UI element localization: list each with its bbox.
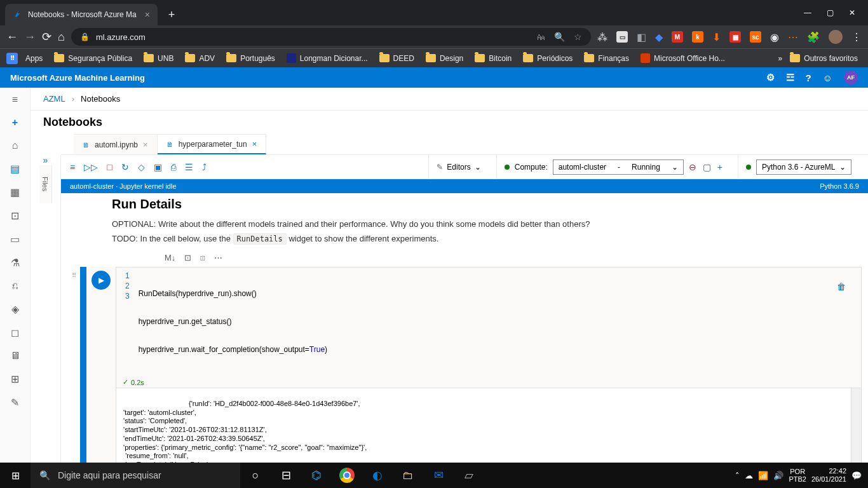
- ext-4-icon[interactable]: ◆: [655, 31, 663, 43]
- forward-button[interactable]: →: [24, 30, 36, 44]
- stop-compute-icon[interactable]: ⊖: [689, 162, 696, 172]
- back-button[interactable]: ←: [6, 30, 18, 44]
- designer-icon[interactable]: ⊡: [11, 210, 19, 222]
- maximize-icon[interactable]: ▢: [827, 8, 834, 17]
- add-icon[interactable]: +: [12, 117, 18, 128]
- add-compute-icon[interactable]: +: [717, 162, 722, 172]
- cell-output[interactable]: {'runId': 'HD_d2f4b002-f000-48e8-84e0-1d…: [116, 388, 861, 463]
- bookmark-seguranca[interactable]: Segurança Pública: [50, 51, 136, 65]
- experiments-icon[interactable]: ⚗: [11, 257, 20, 269]
- datastores-icon[interactable]: ⊞: [11, 373, 19, 385]
- notebook-tab-hyperparam[interactable]: 🗎 hyperparameter_tun ×: [158, 134, 267, 154]
- stop-icon[interactable]: □: [107, 162, 112, 172]
- ext-5-icon[interactable]: M: [672, 31, 683, 43]
- browser-tab[interactable]: Notebooks - Microsoft Azure Ma ×: [5, 4, 158, 25]
- mail-icon[interactable]: ✉: [423, 463, 454, 488]
- list-icon[interactable]: ☲: [786, 72, 794, 83]
- automl-icon[interactable]: ▦: [10, 186, 20, 198]
- ext-3-icon[interactable]: ◧: [637, 31, 646, 43]
- cortana-icon[interactable]: ○: [240, 463, 271, 488]
- bookmark-design[interactable]: Design: [422, 51, 467, 65]
- onedrive-icon[interactable]: ☁: [745, 471, 753, 480]
- outline-icon[interactable]: ☰: [185, 162, 193, 172]
- translate-icon[interactable]: 🗛: [536, 32, 545, 42]
- code-editor[interactable]: 123 RunDetails(hyperdrive_run).show() hy…: [116, 268, 861, 377]
- home-button[interactable]: ⌂: [58, 30, 65, 44]
- apps-icon[interactable]: ⠿: [6, 53, 18, 64]
- reload-button[interactable]: ⟳: [42, 30, 51, 44]
- help-icon[interactable]: ?: [806, 72, 811, 83]
- other-bookmarks[interactable]: Outros favoritos: [786, 51, 862, 65]
- bookmark-bitcoin[interactable]: Bitcoin: [471, 51, 515, 65]
- bookmark-unb[interactable]: UNB: [140, 51, 177, 65]
- ext-10-icon[interactable]: ◉: [770, 31, 779, 43]
- chrome-menu-icon[interactable]: ⋮: [851, 31, 862, 43]
- notebook-tab-automl[interactable]: 🗎 automl.ipynb ×: [74, 134, 158, 154]
- endpoints-icon[interactable]: ◻: [11, 327, 19, 339]
- language-indicator[interactable]: POR PTB2: [789, 468, 806, 483]
- bookmark-periodicos[interactable]: Periódicos: [519, 51, 576, 65]
- profile-avatar-icon[interactable]: [829, 30, 843, 44]
- close-tab-icon[interactable]: ×: [252, 139, 257, 149]
- run-all-icon[interactable]: ▷▷: [84, 162, 98, 172]
- export-icon[interactable]: ⤴: [202, 162, 207, 172]
- ext-8-icon[interactable]: ▦: [729, 31, 741, 43]
- bookmark-portugues[interactable]: Português: [222, 51, 279, 65]
- clock[interactable]: 22:42 26/01/2021: [811, 467, 846, 484]
- models-icon[interactable]: ◈: [11, 303, 19, 315]
- close-window-icon[interactable]: ✕: [849, 8, 855, 17]
- star-icon[interactable]: ☆: [574, 32, 582, 42]
- edge-icon[interactable]: ◐: [362, 463, 393, 488]
- bookmark-apps[interactable]: Apps: [22, 51, 46, 65]
- bookmarks-overflow-icon[interactable]: »: [778, 54, 783, 63]
- ext-11-icon[interactable]: ⋯: [788, 31, 798, 43]
- extensions-puzzle-icon[interactable]: 🧩: [807, 31, 820, 43]
- ext-1-icon[interactable]: ⁂: [597, 31, 607, 43]
- bookmark-adv[interactable]: ADV: [181, 51, 219, 65]
- settings-icon[interactable]: ⚙: [766, 72, 775, 83]
- kernel-dropdown[interactable]: Python 3.6 - AzureML ⌄: [756, 159, 851, 175]
- close-tab-icon[interactable]: ×: [145, 10, 150, 20]
- run-cell-button[interactable]: ▶: [92, 271, 111, 290]
- notifications-icon[interactable]: 💬: [851, 471, 862, 480]
- vscode-icon[interactable]: ⌬: [301, 463, 332, 488]
- output-scrollbar[interactable]: [851, 388, 861, 463]
- zoom-icon[interactable]: 🔍: [554, 32, 565, 42]
- chrome-icon[interactable]: [332, 463, 362, 488]
- ext-6-icon[interactable]: k: [692, 31, 703, 43]
- more-icon[interactable]: ⋯: [212, 251, 224, 264]
- feedback-icon[interactable]: ☺: [823, 72, 832, 83]
- tray-overflow-icon[interactable]: ˄: [735, 471, 740, 480]
- bookmark-office[interactable]: Microsoft Office Ho...: [637, 51, 729, 65]
- notebook-body[interactable]: Run Details OPTIONAL: Write about the di…: [61, 193, 868, 463]
- markdown-mode-icon[interactable]: M↓: [163, 251, 177, 264]
- compute-dropdown[interactable]: automl-cluster - Running ⌄: [553, 159, 684, 175]
- home-icon[interactable]: ⌂: [12, 140, 18, 151]
- expand-files-icon[interactable]: »: [37, 155, 55, 165]
- new-tab-button[interactable]: +: [163, 6, 180, 24]
- bookmark-financas[interactable]: Finanças: [580, 51, 633, 65]
- notebooks-icon[interactable]: ▤: [10, 163, 20, 175]
- delete-cell-icon[interactable]: 🗑: [837, 281, 846, 292]
- menu-toggle-icon[interactable]: ≡: [70, 162, 75, 172]
- ext-9-icon[interactable]: sc: [750, 31, 761, 43]
- datasets-icon[interactable]: ▭: [10, 233, 20, 245]
- files-panel-tab[interactable]: Files: [39, 165, 52, 203]
- minimize-icon[interactable]: —: [804, 8, 811, 17]
- restart-icon[interactable]: ↻: [121, 162, 129, 172]
- variable-icon[interactable]: ▣: [154, 162, 162, 172]
- explorer-icon[interactable]: 🗀: [393, 463, 423, 488]
- start-button[interactable]: ⊞: [0, 463, 31, 488]
- drag-handle-icon[interactable]: ⠿: [67, 267, 80, 463]
- split-cell-icon[interactable]: ⎅: [198, 251, 207, 264]
- add-cell-icon[interactable]: ⊡: [182, 251, 193, 264]
- volume-icon[interactable]: 🔊: [773, 471, 783, 480]
- wifi-icon[interactable]: 📶: [758, 471, 768, 480]
- task-view-icon[interactable]: ⊟: [271, 463, 301, 488]
- address-bar[interactable]: 🔒 ml.azure.com 🗛 🔍 ☆: [71, 28, 591, 46]
- compute-icon[interactable]: 🖥: [10, 350, 20, 362]
- pipelines-icon[interactable]: ⎌: [12, 280, 18, 292]
- labeling-icon[interactable]: ✎: [11, 396, 19, 409]
- clear-output-icon[interactable]: ◇: [138, 162, 145, 172]
- save-icon[interactable]: ⎙: [171, 162, 176, 172]
